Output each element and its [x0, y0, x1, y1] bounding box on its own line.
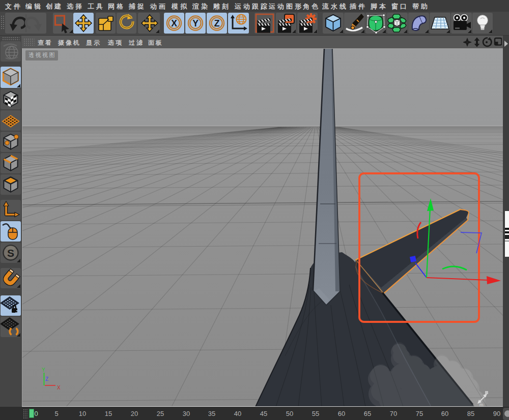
svg-text:Z: Z: [214, 18, 220, 28]
svg-text:m: m: [479, 402, 484, 406]
svg-text:Y: Y: [192, 18, 199, 28]
svg-text:Z: Z: [45, 376, 48, 382]
svg-text:Y: Y: [42, 367, 45, 373]
svg-text:X: X: [57, 385, 61, 391]
svg-text:X: X: [171, 18, 177, 28]
svg-text:S: S: [7, 247, 14, 259]
